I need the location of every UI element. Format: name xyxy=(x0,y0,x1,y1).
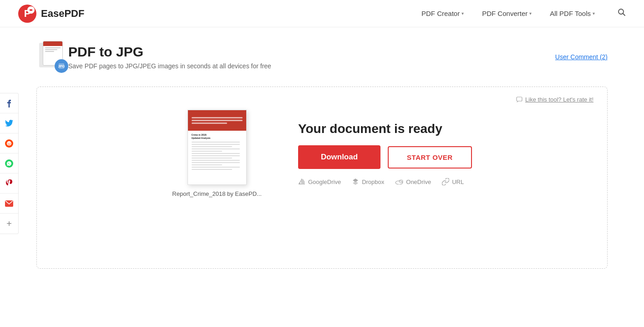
save-onedrive[interactable]: OneDrive xyxy=(395,179,431,185)
social-whatsapp-button[interactable] xyxy=(0,153,18,174)
chevron-down-icon: ▾ xyxy=(461,11,464,16)
save-url[interactable]: URL xyxy=(442,178,464,185)
chevron-down-icon: ▾ xyxy=(529,11,532,16)
social-email-button[interactable] xyxy=(0,194,18,214)
onedrive-icon xyxy=(395,179,403,184)
url-icon xyxy=(442,178,449,185)
chevron-down-icon: ▾ xyxy=(593,11,595,16)
rate-link[interactable]: Like this tool? Let's rate it! xyxy=(516,96,593,103)
save-googledrive[interactable]: GoogleDrive xyxy=(298,178,341,185)
nav-all-pdf-tools[interactable]: All PDF Tools ▾ xyxy=(550,10,595,17)
logo-area[interactable]: P EasePDF xyxy=(18,5,84,23)
start-over-button[interactable]: START OVER xyxy=(388,146,472,169)
main-nav: PDF Creator ▾ PDF Converter ▾ All PDF To… xyxy=(421,8,626,19)
svg-point-7 xyxy=(8,143,9,143)
pdf-thumb-body: Crime in 2018:Updated Analysis xyxy=(188,131,246,184)
pdf-thumb-header xyxy=(188,110,246,131)
ready-title: Your document is ready xyxy=(298,122,442,136)
user-comment-link[interactable]: User Comment (2) xyxy=(555,53,608,61)
page-icon: JPG xyxy=(36,41,68,73)
social-reddit-button[interactable] xyxy=(0,133,18,153)
page-title: PDF to JPG xyxy=(68,44,271,60)
svg-line-4 xyxy=(623,14,625,16)
action-buttons: Download START OVER xyxy=(298,145,472,169)
logo-text: EasePDF xyxy=(41,8,84,20)
googledrive-icon xyxy=(298,178,305,185)
page-title-area: PDF to JPG Save PDF pages to JPG/JPEG im… xyxy=(68,44,271,70)
social-facebook-button[interactable] xyxy=(0,93,18,113)
icon-badge: JPG xyxy=(55,59,68,73)
pdf-filename: Report_Crime_2018 by EasePD... xyxy=(172,190,262,197)
pdf-preview: Crime in 2018:Updated Analysis xyxy=(172,110,262,197)
social-twitter-button[interactable] xyxy=(0,113,18,133)
tool-card: Like this tool? Let's rate it! Crime in … xyxy=(36,87,608,269)
svg-text:JPG: JPG xyxy=(58,64,65,68)
svg-point-8 xyxy=(10,143,10,143)
page-header: JPG PDF to JPG Save PDF pages to JPG/JPE… xyxy=(36,41,608,73)
dropbox-icon xyxy=(352,178,359,185)
header: P EasePDF PDF Creator ▾ PDF Converter ▾ … xyxy=(0,0,644,27)
chat-icon xyxy=(516,97,522,103)
social-more-button[interactable]: + xyxy=(0,214,18,234)
save-options: GoogleDrive Dropbox xyxy=(298,178,464,185)
result-area: Crime in 2018:Updated Analysis xyxy=(55,101,589,206)
svg-rect-13 xyxy=(517,97,522,101)
page-subtitle: Save PDF pages to JPG/JPEG images in sec… xyxy=(68,62,271,70)
pdf-thumbnail: Crime in 2018:Updated Analysis xyxy=(188,110,247,185)
social-sidebar: + xyxy=(0,93,19,234)
main-content: JPG PDF to JPG Save PDF pages to JPG/JPE… xyxy=(0,27,644,282)
svg-marker-18 xyxy=(353,181,358,185)
nav-pdf-converter[interactable]: PDF Converter ▾ xyxy=(482,10,532,17)
social-pinterest-button[interactable] xyxy=(0,174,18,194)
save-dropbox[interactable]: Dropbox xyxy=(352,178,384,185)
nav-pdf-creator[interactable]: PDF Creator ▾ xyxy=(421,10,464,17)
download-button[interactable]: Download xyxy=(298,145,380,169)
ready-area: Your document is ready Download START OV… xyxy=(298,122,472,185)
logo-icon: P xyxy=(18,5,36,23)
search-icon[interactable] xyxy=(618,8,626,19)
